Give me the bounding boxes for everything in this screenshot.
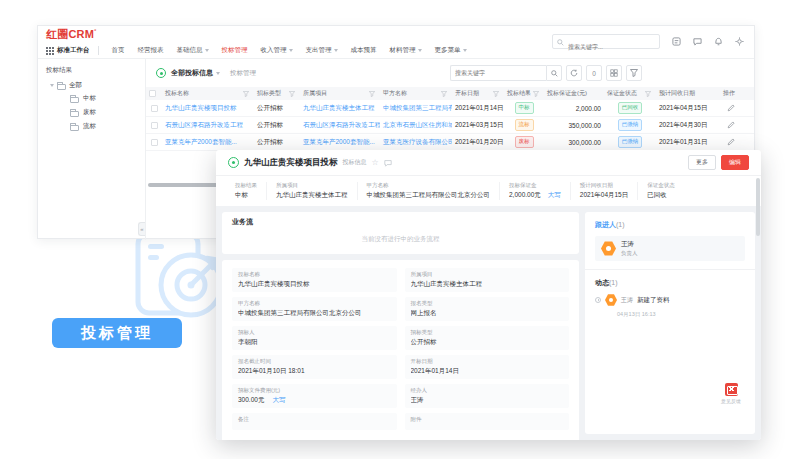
edit-icon[interactable] <box>727 104 735 112</box>
sidebar-item-all[interactable]: 全部 <box>50 81 137 90</box>
feedback-button[interactable]: 意见反馈 <box>721 383 741 404</box>
chevron-down-icon[interactable] <box>216 72 220 75</box>
field-value[interactable]: 九华山庄贵宾楼主体工程 <box>411 280 564 289</box>
column-header-6[interactable]: 投标保证金(元) <box>544 89 604 98</box>
column-header-2[interactable]: 所属项目 <box>300 89 380 98</box>
sidebar-item-0[interactable]: 中标 <box>70 94 137 103</box>
bid-name-link[interactable]: 亚莱克年产2000套智能... <box>162 138 254 147</box>
table-row[interactable]: 九华山庄贵宾楼项目投标公开招标九华山庄贵宾楼主体工程中城投集团第三工程局有...… <box>146 100 754 117</box>
sidebar-item-2[interactable]: 流标 <box>70 122 137 131</box>
counter-badge[interactable]: 0 <box>586 65 602 81</box>
nav-item-6[interactable]: 成本预算 <box>351 46 377 55</box>
sidebar-collapse-handle[interactable]: « <box>138 222 145 236</box>
star-icon[interactable]: ☆ <box>372 159 379 167</box>
filter-funnel-icon[interactable] <box>289 91 295 97</box>
field-value[interactable]: 王涛 <box>411 396 564 405</box>
column-header-4[interactable]: 开标日期 <box>452 89 504 98</box>
nav-item-label: 投标管理 <box>222 46 248 55</box>
field-value: 公开招标 <box>411 338 564 347</box>
bid-name-link[interactable]: 九华山庄贵宾楼项目投标 <box>162 104 254 113</box>
nav-item-2[interactable]: 基础信息 <box>177 46 209 55</box>
nav-item-5[interactable]: 支出管理 <box>306 46 338 55</box>
more-button[interactable]: 更多 <box>688 155 716 169</box>
filter-funnel-icon[interactable] <box>645 91 651 97</box>
party-link[interactable]: 北京市石景山区住房和城... <box>380 121 452 130</box>
sidebar-item-1[interactable]: 废标 <box>70 108 137 117</box>
summary-value[interactable]: 中城投集团第三工程局有限公司北京分公司 <box>367 191 491 200</box>
filter-funnel-icon[interactable] <box>369 91 375 97</box>
select-all-checkbox[interactable] <box>149 90 156 97</box>
column-header-5[interactable]: 投标结果 <box>504 89 544 98</box>
detail-field: 招标人李朝阳 <box>232 326 397 350</box>
nav-item-7[interactable]: 材料管理 <box>390 46 422 55</box>
table-body: 九华山庄贵宾楼项目投标公开招标九华山庄贵宾楼主体工程中城投集团第三工程局有...… <box>146 100 754 151</box>
uppercase-link[interactable]: 大写 <box>272 396 285 403</box>
edit-icon[interactable] <box>727 121 735 129</box>
global-search-input[interactable] <box>553 41 659 54</box>
field-value: 网上报名 <box>411 309 564 318</box>
field-value: 2021年01月10日 18:01 <box>238 367 391 376</box>
field-value[interactable]: 中城投集团第三工程局有限公司北京分公司 <box>238 309 391 318</box>
column-header-1[interactable]: 招标类型 <box>254 89 300 98</box>
column-header-3[interactable]: 甲方名称 <box>380 89 452 98</box>
project-link[interactable]: 九华山庄贵宾楼主体工程 <box>300 104 380 113</box>
nav-workbench[interactable]: 标准工作台 <box>46 46 99 55</box>
nav-item-4[interactable]: 收入管理 <box>261 46 293 55</box>
summary-field-5: 保证金状态已回收 <box>637 182 684 200</box>
column-header-0[interactable]: 投标名称 <box>162 89 254 98</box>
columns-icon <box>610 69 618 77</box>
bell-icon[interactable] <box>713 37 723 47</box>
edit-button[interactable]: 编辑 <box>721 155 749 169</box>
table-row[interactable]: 亚莱克年产2000套智能...公开招标亚莱克年产2000套智能...亚莱克医疗设… <box>146 134 754 151</box>
bid-name-link[interactable]: 石景山区潭石路升改造工程 <box>162 121 254 130</box>
followers-title[interactable]: 跟进人(1) <box>595 220 745 230</box>
summary-value[interactable]: 九华山庄贵宾楼主体工程 <box>276 191 348 200</box>
row-checkbox[interactable] <box>151 105 158 112</box>
open-date: 2021年01月14日 <box>452 104 504 113</box>
filter-funnel-icon[interactable] <box>533 91 539 97</box>
message-icon[interactable] <box>692 37 702 47</box>
follower-item[interactable]: 王涛 负责人 <box>595 236 745 261</box>
project-link[interactable]: 亚莱克年产2000套智能... <box>300 138 380 147</box>
field-value: 300.00元大写 <box>238 396 391 405</box>
view-title[interactable]: 全部投标信息 <box>171 68 213 78</box>
edit-icon[interactable] <box>727 138 735 146</box>
nav-item-3[interactable]: 投标管理 <box>222 46 248 55</box>
fields-grid: 投标名称九华山庄贵宾楼项目投标所属项目九华山庄贵宾楼主体工程甲方名称中城投集团第… <box>232 268 569 430</box>
filter-funnel-icon[interactable] <box>493 91 499 97</box>
party-link[interactable]: 亚莱克医疗设备有限公司 <box>380 138 452 147</box>
table-search-input[interactable] <box>450 65 546 81</box>
bid-watermark-icon <box>128 228 228 328</box>
nav-item-1[interactable]: 经营报表 <box>138 46 164 55</box>
result-badge: 流标 <box>515 119 534 130</box>
table-row[interactable]: 石景山区潭石路升改造工程公开招标石景山区潭石路升改造工程北京市石景山区住房和城.… <box>146 117 754 134</box>
party-link[interactable]: 中城投集团第三工程局有... <box>380 104 452 113</box>
columns-button[interactable] <box>606 65 622 81</box>
column-header-7[interactable]: 保证金状态 <box>604 89 656 98</box>
tree-expand-icon[interactable] <box>50 84 54 87</box>
row-checkbox[interactable] <box>151 122 158 129</box>
filter-funnel-icon[interactable] <box>243 91 249 97</box>
project-link[interactable]: 石景山区潭石路升改造工程 <box>300 121 380 130</box>
filter-funnel-icon[interactable] <box>441 91 447 97</box>
vertical-scrollbar[interactable] <box>756 178 760 236</box>
nav-item-8[interactable]: 更多菜单 <box>435 46 467 55</box>
filter-button[interactable] <box>626 65 642 81</box>
refresh-button[interactable] <box>566 65 582 81</box>
nav-item-0[interactable]: 首页 <box>112 46 125 55</box>
row-checkbox[interactable] <box>151 139 158 146</box>
global-search[interactable] <box>552 34 660 49</box>
uppercase-link[interactable]: 大写 <box>548 191 561 198</box>
gear-icon[interactable] <box>734 37 744 47</box>
report-icon[interactable] <box>671 37 681 47</box>
nav-item-label: 首页 <box>112 46 125 55</box>
column-header-9[interactable]: 操作 <box>720 89 742 98</box>
comment-icon[interactable] <box>384 159 392 167</box>
search-button[interactable] <box>546 65 562 81</box>
column-header-8[interactable]: 预计回收日期 <box>656 89 720 98</box>
table-search[interactable] <box>450 65 562 81</box>
column-label: 投标结果 <box>507 89 531 98</box>
sidebar-children: 中标废标流标 <box>70 94 137 131</box>
summary-field-1: 所属项目九华山庄贵宾楼主体工程 <box>266 182 357 200</box>
status-badge: 已缴纳 <box>618 119 643 130</box>
